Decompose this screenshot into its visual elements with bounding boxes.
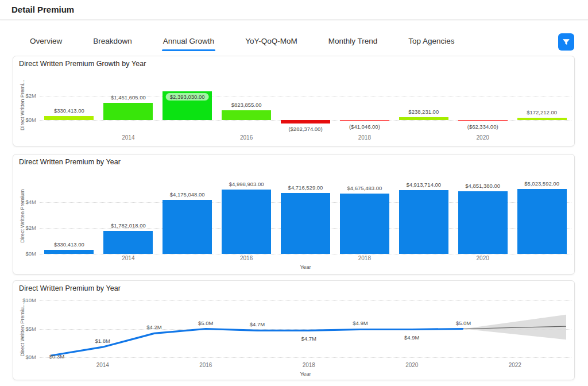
point-value-label: $4.9M bbox=[353, 320, 368, 326]
bar[interactable] bbox=[163, 200, 212, 254]
tab-yoy-qoq-mom[interactable]: YoY-QoQ-MoM bbox=[244, 33, 299, 51]
bar[interactable] bbox=[458, 191, 508, 254]
x-tick-label: 2018 bbox=[358, 134, 371, 141]
chart-card-premium-growth-by-year: Direct Written Premium Growth by Year Di… bbox=[13, 56, 575, 146]
bar[interactable] bbox=[222, 110, 271, 120]
x-axis-title: Year bbox=[40, 264, 571, 270]
x-tick-label: 2020 bbox=[477, 134, 489, 141]
page-header: Detail Premium bbox=[0, 0, 588, 20]
plot-area: $0M$2M$4MYear$330,413.00$1,782,018.00$4,… bbox=[13, 155, 574, 274]
x-tick-label: 2016 bbox=[240, 255, 253, 261]
filter-funnel-icon bbox=[562, 38, 570, 46]
bar[interactable] bbox=[44, 250, 94, 254]
point-value-label: $4.7M bbox=[250, 321, 265, 327]
bar[interactable] bbox=[103, 231, 153, 254]
bar[interactable] bbox=[340, 194, 389, 254]
plot-area: $0M$2M$330,413.00$1,451,605.00$2,393,030… bbox=[13, 56, 574, 146]
bar[interactable] bbox=[399, 190, 448, 254]
bar[interactable] bbox=[517, 118, 567, 120]
tab-annual-growth[interactable]: Annual Growth bbox=[162, 33, 215, 51]
x-tick-label: 2022 bbox=[509, 362, 521, 368]
point-value-label: $1.8M bbox=[95, 338, 110, 344]
x-tick-label: 2016 bbox=[240, 134, 253, 141]
y-tick-label: $0M bbox=[13, 250, 36, 257]
point-value-label: $4.7M bbox=[301, 335, 316, 342]
bar[interactable] bbox=[222, 190, 271, 254]
bar-value-label: $238,231.00 bbox=[408, 109, 439, 115]
bar[interactable] bbox=[340, 120, 389, 121]
x-tick-label: 2014 bbox=[122, 255, 134, 261]
point-value-label: $5.0M bbox=[456, 320, 471, 326]
y-tick-label: $2M bbox=[13, 225, 36, 231]
bar-value-label: $5,023,592.00 bbox=[524, 180, 559, 187]
y-tick-label: $2M bbox=[13, 92, 36, 99]
point-value-label: $5.0M bbox=[198, 320, 213, 326]
x-tick-label: 2016 bbox=[199, 362, 212, 368]
tab-bar: Overview Breakdown Annual Growth YoY-QoQ… bbox=[29, 33, 456, 51]
bar[interactable] bbox=[103, 103, 153, 120]
bar-value-label: $4,716,529.00 bbox=[288, 184, 323, 191]
point-value-label: $4.9M bbox=[404, 334, 419, 341]
y-tick-label: $0M bbox=[13, 117, 36, 123]
bar[interactable] bbox=[281, 193, 330, 254]
point-value-label: $0.3M bbox=[49, 353, 64, 360]
bar[interactable] bbox=[399, 117, 448, 120]
bar-value-label: $330,413.00 bbox=[54, 241, 84, 248]
forecast-cone bbox=[463, 315, 566, 340]
x-tick-label: 2018 bbox=[358, 255, 371, 261]
bar-value-label: $4,851,380.00 bbox=[465, 183, 500, 189]
gridline bbox=[40, 254, 571, 254]
x-tick-label: 2018 bbox=[303, 362, 315, 368]
bar-value-label: $172,212.00 bbox=[527, 109, 557, 115]
plot-area: $0M$5M$10MYear$0.3M$1.8M$4.2M$5.0M$4.7M$… bbox=[13, 281, 574, 380]
tab-breakdown[interactable]: Breakdown bbox=[92, 33, 133, 51]
y-tick-label: $4M bbox=[13, 199, 36, 205]
bar-value-label: $4,675,483.00 bbox=[347, 185, 382, 191]
bar[interactable] bbox=[517, 189, 567, 254]
bar-value-label: $823,855.00 bbox=[231, 102, 262, 108]
chart-card-premium-by-year-bars: Direct Written Premium by Year Direct Wr… bbox=[13, 154, 575, 275]
bar[interactable] bbox=[458, 120, 508, 121]
x-tick-label: 2020 bbox=[477, 255, 489, 261]
chart-card-premium-by-year-trend: Direct Written Premium by Year Direct Wr… bbox=[13, 280, 575, 380]
bar-value-label: $4,175,048.00 bbox=[170, 191, 205, 198]
bar-value-label: $1,451,605.00 bbox=[111, 94, 146, 101]
tab-overview[interactable]: Overview bbox=[29, 33, 63, 51]
tab-top-agencies[interactable]: Top Agencies bbox=[407, 33, 455, 51]
bar-value-label: $4,998,903.00 bbox=[229, 181, 264, 187]
bar-value-label: ($62,334.00) bbox=[467, 123, 498, 130]
bar-value-label: ($41,046.00) bbox=[349, 123, 380, 130]
bar-value-label: $330,413.00 bbox=[54, 107, 84, 114]
tab-monthly-trend[interactable]: Monthly Trend bbox=[327, 33, 379, 51]
bar-value-label: $2,393,030.00 bbox=[166, 93, 209, 101]
trend-line[interactable] bbox=[51, 329, 463, 356]
bar-value-label: ($282,374.00) bbox=[288, 126, 322, 132]
point-value-label: $4.2M bbox=[146, 324, 161, 330]
x-tick-label: 2020 bbox=[405, 362, 418, 368]
bar-value-label: $1,782,018.00 bbox=[111, 222, 146, 229]
filter-button[interactable] bbox=[558, 33, 574, 51]
x-tick-label: 2014 bbox=[96, 362, 109, 368]
bar[interactable] bbox=[44, 116, 94, 120]
page-title: Detail Premium bbox=[11, 5, 74, 14]
x-tick-label: 2014 bbox=[122, 134, 134, 141]
bar-value-label: $4,913,714.00 bbox=[406, 182, 441, 188]
bar[interactable] bbox=[281, 120, 330, 123]
